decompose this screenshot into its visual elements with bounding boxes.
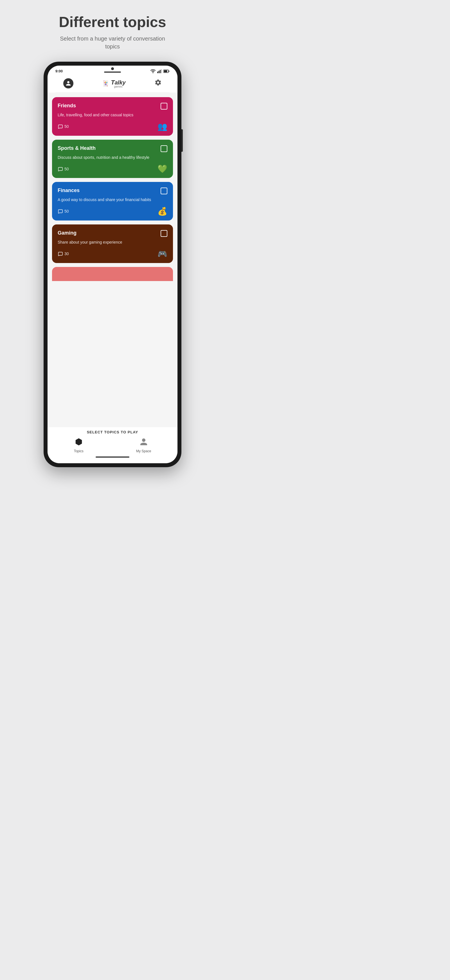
page-title: Different topics bbox=[56, 14, 169, 30]
topics-label: Topics bbox=[74, 449, 84, 453]
battery-icon bbox=[163, 70, 170, 73]
app-nav: 🃏 Talkygames bbox=[55, 74, 170, 93]
card-title-gaming: Gaming bbox=[58, 230, 76, 236]
card-emoji-gaming: 🎮 bbox=[157, 249, 167, 259]
card-header-gaming: Gaming bbox=[58, 230, 167, 237]
card-header-finances: Finances bbox=[58, 188, 167, 194]
status-time: 9:00 bbox=[55, 69, 63, 73]
card-header-friends: Friends bbox=[58, 103, 167, 110]
card-emoji-finances: 💰 bbox=[157, 207, 167, 216]
card-desc-sports: Discuss about sports, nutrition and a he… bbox=[58, 155, 167, 161]
topic-card-partial bbox=[52, 267, 173, 281]
home-indicator bbox=[96, 457, 129, 458]
logo-icon: 🃏 bbox=[102, 80, 109, 87]
card-footer-sports: 50 💚 bbox=[58, 164, 167, 173]
topic-card-finances[interactable]: Finances A good way to discuss and share… bbox=[52, 182, 173, 221]
settings-icon[interactable] bbox=[154, 79, 162, 88]
wifi-icon bbox=[151, 69, 155, 73]
phone-shell: 9:00 bbox=[44, 62, 181, 467]
speaker-grille bbox=[104, 72, 121, 73]
card-footer-friends: 50 👥 bbox=[58, 122, 167, 131]
topics-icon bbox=[74, 438, 83, 448]
svg-rect-6 bbox=[169, 70, 170, 72]
card-count-gaming: 30 bbox=[58, 251, 69, 256]
logo-text: Talkygames bbox=[111, 79, 125, 88]
card-checkbox-gaming[interactable] bbox=[161, 230, 167, 237]
svg-rect-3 bbox=[161, 69, 162, 73]
card-footer-gaming: 30 🎮 bbox=[58, 249, 167, 259]
select-topics-label[interactable]: SELECT TOPICS TO PLAY bbox=[87, 430, 138, 434]
card-desc-friends: Life, travelling, food and other casual … bbox=[58, 112, 167, 118]
svg-rect-5 bbox=[164, 70, 167, 72]
app-logo: 🃏 Talkygames bbox=[102, 79, 125, 88]
card-footer-finances: 50 💰 bbox=[58, 207, 167, 216]
card-desc-gaming: Share about your gaming experience bbox=[58, 240, 167, 245]
nav-tabs: Topics My Space bbox=[48, 438, 177, 453]
card-checkbox-finances[interactable] bbox=[161, 188, 167, 194]
card-title-finances: Finances bbox=[58, 188, 79, 194]
status-icons bbox=[151, 69, 170, 73]
card-desc-finances: A good way to discuss and share your fin… bbox=[58, 197, 167, 203]
svg-rect-1 bbox=[158, 71, 160, 73]
topic-card-gaming[interactable]: Gaming Share about your gaming experienc… bbox=[52, 224, 173, 263]
app-content: Friends Life, travelling, food and other… bbox=[48, 93, 177, 427]
card-count-sports: 50 bbox=[58, 167, 69, 171]
card-header-sports: Sports & Health bbox=[58, 145, 167, 152]
myspace-icon bbox=[139, 438, 148, 448]
svg-rect-2 bbox=[160, 70, 161, 73]
card-checkbox-friends[interactable] bbox=[161, 103, 167, 110]
myspace-label: My Space bbox=[136, 449, 151, 453]
card-count-friends: 50 bbox=[58, 124, 69, 129]
phone-screen: 9:00 bbox=[48, 65, 177, 463]
card-checkbox-sports[interactable] bbox=[161, 145, 167, 152]
card-title-friends: Friends bbox=[58, 103, 76, 109]
page-subtitle: Select from a huge variety of conversati… bbox=[56, 35, 169, 51]
topic-card-friends[interactable]: Friends Life, travelling, food and other… bbox=[52, 97, 173, 136]
card-emoji-friends: 👥 bbox=[157, 122, 167, 131]
card-count-finances: 50 bbox=[58, 209, 69, 213]
nav-tab-myspace[interactable]: My Space bbox=[136, 438, 151, 453]
topic-card-sports[interactable]: Sports & Health Discuss about sports, nu… bbox=[52, 140, 173, 178]
profile-avatar[interactable] bbox=[63, 78, 73, 88]
svg-rect-0 bbox=[157, 72, 158, 73]
card-emoji-sports: 💚 bbox=[157, 164, 167, 173]
card-title-sports: Sports & Health bbox=[58, 145, 96, 151]
camera-area bbox=[104, 67, 121, 73]
bottom-nav: SELECT TOPICS TO PLAY Topics bbox=[48, 427, 177, 463]
signal-icon bbox=[157, 69, 162, 73]
nav-tab-topics[interactable]: Topics bbox=[74, 438, 84, 453]
page-header: Different topics Select from a huge vari… bbox=[56, 14, 169, 51]
camera-dot bbox=[111, 67, 114, 70]
